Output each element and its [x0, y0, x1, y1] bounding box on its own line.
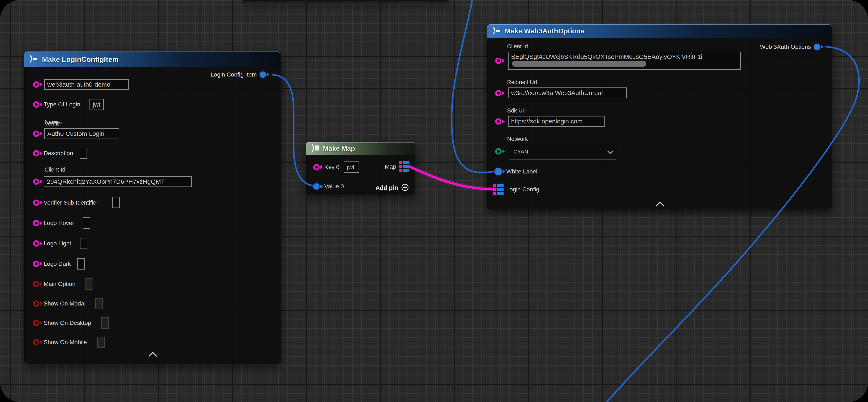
node-make-map[interactable]: Make Map Key 0 jwt Map Value 0 Add pin [306, 142, 415, 194]
logo-hover-pin[interactable] [33, 220, 39, 226]
name-input[interactable]: Auth0 Custom Login [44, 128, 119, 139]
node-header-make-map[interactable]: Make Map [306, 142, 415, 155]
show-on-desktop-label: Show On Desktop [44, 320, 91, 326]
web3auth-options-output-pin[interactable] [814, 44, 820, 50]
show-on-modal-pin[interactable] [33, 300, 39, 307]
redirect-url-pin[interactable] [495, 90, 501, 96]
client-id-scrollbar[interactable] [512, 61, 646, 67]
client-id-label: Client Id [44, 167, 65, 173]
offscreen-node-bottom-edge [242, 0, 450, 2]
value-0-label: Value 0 [324, 183, 344, 190]
verifier-sub-identifier-input[interactable] [112, 197, 120, 208]
show-on-mobile-pin[interactable] [33, 339, 39, 345]
node-make-web3authoptions[interactable]: Make Web3AuthOptions Web 3Auth Options C… [487, 24, 832, 209]
logo-light-input[interactable] [80, 238, 87, 249]
logo-dark-pin[interactable] [33, 261, 39, 267]
logo-light-pin[interactable] [33, 240, 39, 247]
add-pin-plus-icon[interactable] [401, 183, 409, 192]
map-output-label: Map [385, 163, 396, 170]
node-title: Make LoginConfigItem [42, 55, 119, 63]
description-input[interactable] [80, 148, 87, 159]
login-config-label: Login Config [506, 186, 539, 193]
logo-dark-label: Logo Dark [44, 260, 71, 267]
make-struct-icon [29, 55, 38, 64]
collapse-node-chevron-icon[interactable] [148, 352, 157, 361]
map-output-row: Map [385, 161, 409, 172]
main-option-checkbox[interactable] [85, 278, 92, 290]
client-id-value: BEglQSgt4cUWcj6SKRdu5QkOXTsePmMcusG5EAoy… [511, 53, 702, 60]
show-on-desktop-pin[interactable] [33, 320, 39, 326]
logo-light-label: Logo Light [44, 240, 71, 247]
client-id-input[interactable]: 294QRkchfq2YaXUbPri7D6PH7xzHgQMT [44, 176, 192, 187]
type-of-login-label: Type Of Login [44, 101, 80, 108]
name-label: Name [44, 119, 60, 125]
sdk-url-label: Sdk Url [507, 108, 526, 114]
output-pin-label: Login Config Item [211, 71, 257, 78]
network-dropdown[interactable]: CYAN [508, 144, 617, 160]
redirect-url-label: Redirect Url [507, 79, 537, 86]
main-option-label: Main Option [44, 281, 75, 287]
verifier-sub-identifier-pin[interactable] [33, 200, 39, 206]
login-config-item-output-pin[interactable] [260, 71, 266, 78]
output-row-login-config-item: Login Config Item [211, 71, 269, 78]
add-pin-label: Add pin [375, 184, 398, 191]
client-id-input[interactable]: BEglQSgt4cUWcj6SKRdu5QkOXTsePmMcusG5EAoy… [508, 52, 741, 70]
client-id-pin[interactable] [495, 58, 501, 64]
logo-hover-label: Logo Hover [44, 220, 74, 226]
node-header-make-web3authoptions[interactable]: Make Web3AuthOptions [487, 24, 832, 38]
network-pin[interactable] [495, 148, 501, 154]
verifier-pin[interactable] [33, 81, 39, 88]
sdk-url-input[interactable]: https://sdk.openlogin.com [508, 116, 604, 127]
node-title: Make Map [323, 145, 355, 152]
sdk-url-pin[interactable] [495, 118, 501, 125]
name-pin[interactable] [33, 131, 39, 137]
redirect-url-input[interactable]: w3a://com.w3a.Web3AuthUnreal [508, 87, 627, 98]
web3auth-options-output-label: Web 3Auth Options [760, 44, 811, 50]
white-label-label: White Label [506, 168, 537, 175]
node-title: Make Web3AuthOptions [505, 27, 584, 35]
show-on-modal-checkbox[interactable] [95, 298, 103, 309]
verifier-sub-identifier-label: Verifier Sub Identifier [44, 199, 98, 206]
node-make-loginconfigitem[interactable]: Make LoginConfigItem Login Config Item V… [24, 52, 281, 364]
blueprint-graph-canvas[interactable]: Make LoginConfigItem Login Config Item V… [0, 0, 868, 402]
add-pin-button[interactable]: Add pin [375, 183, 409, 192]
network-label: Network [507, 136, 528, 142]
show-on-modal-label: Show On Modal [44, 300, 86, 307]
logo-dark-input[interactable] [77, 258, 85, 269]
chevron-down-icon [607, 148, 613, 154]
output-row-web3auth-options: Web 3Auth Options [760, 44, 824, 50]
main-option-pin[interactable] [33, 281, 39, 287]
show-on-mobile-label: Show On Mobile [44, 339, 87, 346]
key-0-input[interactable]: jwt [344, 162, 359, 173]
client-id-pin[interactable] [33, 178, 39, 185]
key-0-pin[interactable] [313, 164, 319, 170]
type-of-login-pin[interactable] [33, 101, 39, 108]
key-0-label: Key 0 [324, 164, 339, 171]
description-label: Description [44, 150, 73, 156]
show-on-desktop-checkbox[interactable] [101, 317, 109, 328]
verifier-input[interactable]: web3auth-auth0-demo [44, 79, 129, 90]
wire-map-to-login-config-glow [410, 167, 495, 189]
show-on-mobile-checkbox[interactable] [97, 337, 104, 348]
node-header-make-loginconfigitem[interactable]: Make LoginConfigItem [24, 52, 281, 67]
client-id-label: Client Id [507, 43, 528, 50]
logo-hover-input[interactable] [83, 218, 90, 229]
network-selected-value: CYAN [514, 148, 528, 155]
make-struct-icon [492, 27, 501, 36]
make-map-icon [311, 144, 320, 153]
description-pin[interactable] [33, 150, 39, 156]
collapse-node-chevron-icon[interactable] [656, 201, 664, 210]
type-of-login-input[interactable]: jwt [90, 99, 104, 110]
